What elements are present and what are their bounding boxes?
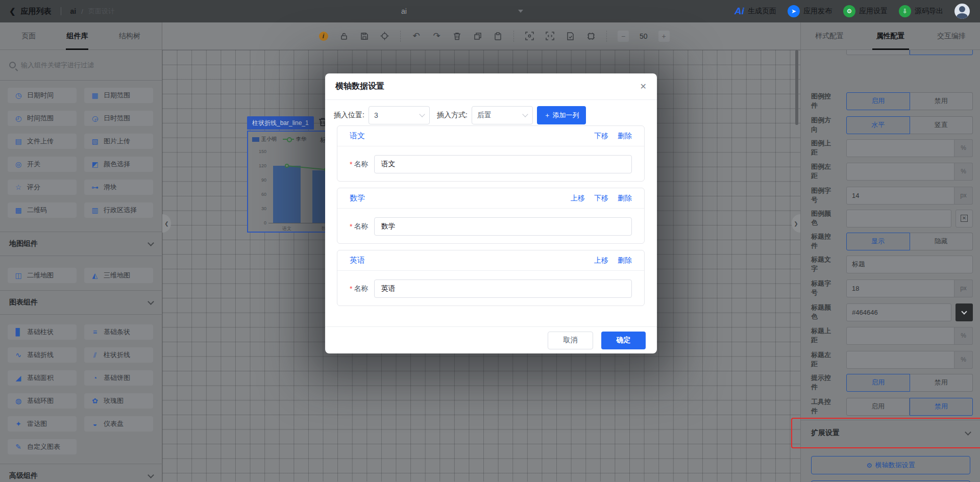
tab-component-library[interactable]: 组件库	[66, 22, 88, 50]
color-swatch-button[interactable]	[955, 303, 973, 321]
code-scan-icon[interactable]	[545, 31, 555, 41]
component-item-timerange[interactable]: ◴ 时间范围	[8, 111, 77, 126]
component-item-datetime[interactable]: ◷ 日期时间	[8, 88, 77, 103]
legend-horizontal-button[interactable]: 水平	[846, 116, 910, 134]
legend-vertical-button[interactable]: 竖直	[910, 116, 973, 134]
component-item-switch[interactable]: ◎ 开关	[8, 157, 77, 172]
crosshair-icon[interactable]	[380, 31, 389, 41]
app-settings-button[interactable]: ⚙ 应用设置	[843, 5, 888, 17]
title-show-button[interactable]: 显示	[846, 233, 910, 250]
delete-link[interactable]: 删除	[618, 256, 632, 265]
section-advanced-components[interactable]: 高级组件	[0, 464, 162, 482]
redo-icon[interactable]: ↷	[432, 31, 442, 41]
title-hide-button[interactable]: 隐藏	[910, 233, 973, 250]
legend-enable-button[interactable]: 启用	[846, 92, 910, 110]
source-export-button[interactable]: ⇩ 源码导出	[899, 5, 943, 17]
component-item-fileupload[interactable]: ▤ 文件上传	[8, 134, 77, 149]
tab-style-config[interactable]: 样式配置	[815, 22, 844, 50]
component-item-qrcode[interactable]: ▩ 二维码	[8, 202, 77, 218]
component-item-district[interactable]: ▥ 行政区选择	[84, 202, 153, 218]
section-chart-components[interactable]: 图表组件	[0, 290, 162, 315]
tab-structure-tree[interactable]: 结构树	[119, 22, 140, 50]
component-item-bar[interactable]: ▊ 基础柱状	[8, 324, 77, 340]
user-avatar[interactable]	[954, 4, 970, 19]
clear-color-button[interactable]: ✕	[955, 210, 973, 227]
component-item-slider[interactable]: ⊶ 滑块	[84, 180, 153, 195]
tooltip-disable-button[interactable]: 禁用	[910, 374, 973, 392]
zoom-in-button[interactable]: +	[658, 31, 670, 42]
move-up-link[interactable]: 上移	[594, 256, 608, 265]
title-color-input[interactable]	[846, 303, 951, 321]
generate-page-button[interactable]: Ai 生成页面	[734, 6, 776, 17]
doc-check-icon[interactable]	[566, 31, 575, 41]
page-selector-label[interactable]: ai	[401, 7, 407, 15]
title-fontsize-input[interactable]	[846, 280, 954, 297]
app-publish-button[interactable]: ➤ 应用发布	[788, 5, 832, 17]
selected-component-tag[interactable]: 柱状折线_bar_line_1	[247, 116, 314, 130]
title-top-input[interactable]	[846, 327, 954, 345]
component-item-map3d[interactable]: ◭ 三维地图	[84, 268, 153, 283]
move-down-link[interactable]: 下移	[594, 194, 608, 203]
title-text-input[interactable]	[846, 256, 973, 273]
breadcrumb-app-name[interactable]: ai	[70, 7, 77, 15]
component-item-map2d[interactable]: ◫ 二维地图	[8, 268, 77, 283]
frame-crop-icon[interactable]	[586, 31, 596, 41]
axis-data-settings-button[interactable]: ⚙ 横轴数据设置	[811, 456, 970, 474]
close-icon[interactable]: ✕	[640, 82, 647, 91]
extension-settings-header[interactable]: 扩展设置	[801, 425, 980, 441]
insert-position-select[interactable]: 3	[369, 106, 430, 124]
component-item-radar[interactable]: ✦ 雷达图	[8, 416, 77, 432]
toolbox-disable-button[interactable]: 禁用	[910, 398, 973, 416]
toolbox-enable-button[interactable]: 启用	[846, 398, 910, 416]
column-name-input[interactable]	[374, 155, 632, 173]
add-column-button[interactable]: ＋ 添加一列	[537, 106, 586, 124]
component-item-daterange[interactable]: ▦ 日期范围	[84, 88, 153, 103]
component-item-colorpicker[interactable]: ◩ 颜色选择	[84, 157, 153, 172]
component-item-rose[interactable]: ✿ 玫瑰图	[84, 393, 153, 409]
undo-icon[interactable]: ↶	[411, 31, 421, 41]
tab-props-config[interactable]: 属性配置	[876, 22, 905, 50]
delete-link[interactable]: 删除	[618, 132, 632, 141]
component-item-gauge[interactable]: ◒ 仪表盘	[84, 416, 153, 432]
title-left-input[interactable]	[846, 351, 954, 369]
tooltip-enable-button[interactable]: 启用	[846, 374, 910, 392]
column-name-input[interactable]	[374, 280, 632, 298]
insert-mode-select[interactable]: 后置	[472, 106, 533, 124]
back-app-list[interactable]: 应用列表	[21, 7, 52, 16]
component-item-line[interactable]: ∿ 基础折线	[8, 347, 77, 363]
component-item-area[interactable]: ◢ 基础面积	[8, 370, 77, 386]
section-map-components[interactable]: 地图组件	[0, 232, 162, 256]
legend-color-input[interactable]	[846, 210, 951, 227]
legend-top-input[interactable]	[846, 139, 954, 157]
move-up-link[interactable]: 上移	[571, 194, 585, 203]
legend-fontsize-input[interactable]	[846, 187, 954, 205]
component-item-pie[interactable]: ◔ 基础饼图	[84, 370, 153, 386]
tab-pages[interactable]: 页面	[21, 22, 36, 50]
cancel-button[interactable]: 取消	[548, 332, 593, 349]
legend-disable-button[interactable]: 禁用	[910, 92, 973, 110]
component-item-daytimerange[interactable]: ◶ 日时范围	[84, 111, 153, 126]
confirm-button[interactable]: 确定	[601, 332, 646, 349]
canvas-scrollbar[interactable]	[795, 50, 798, 125]
component-item-rate[interactable]: ☆ 评分	[8, 180, 77, 195]
delete-link[interactable]: 删除	[618, 194, 632, 203]
move-down-link[interactable]: 下移	[594, 132, 608, 141]
component-item-hbar[interactable]: ≡ 基础条状	[84, 324, 153, 340]
zoom-out-button[interactable]: −	[618, 31, 629, 42]
back-icon[interactable]: ❮	[9, 7, 16, 16]
column-name-input[interactable]	[374, 217, 632, 236]
legend-left-input[interactable]	[846, 163, 954, 181]
delete-icon[interactable]	[452, 31, 462, 41]
page-selector[interactable]: ai	[401, 0, 523, 22]
component-item-donut[interactable]: ◍ 基础环图	[8, 393, 77, 409]
info-icon[interactable]: i	[318, 31, 328, 41]
lock-icon[interactable]	[339, 31, 349, 41]
paste-icon[interactable]	[493, 31, 503, 41]
copy-icon[interactable]	[473, 31, 482, 41]
search-input[interactable]	[21, 61, 153, 69]
tab-interaction[interactable]: 交互编排	[937, 22, 966, 50]
preview-scan-icon[interactable]	[525, 31, 534, 41]
component-item-barline[interactable]: ⫽ 柱状折线	[84, 347, 153, 363]
save-icon[interactable]	[359, 31, 369, 41]
component-item-imageupload[interactable]: ▧ 图片上传	[84, 134, 153, 149]
